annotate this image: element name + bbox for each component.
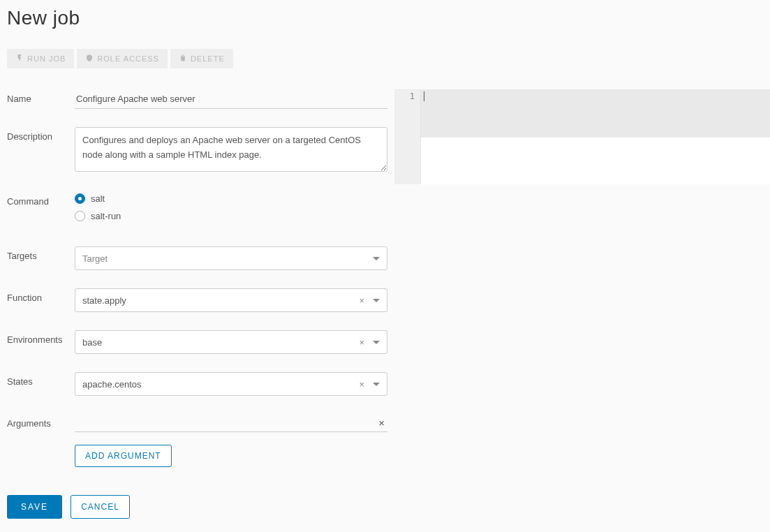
command-salt-label: salt bbox=[91, 193, 105, 204]
function-select[interactable]: state.apply × bbox=[75, 288, 387, 312]
command-salt-run-radio[interactable] bbox=[75, 211, 85, 221]
action-toolbar: RUN JOB ROLE ACCESS DELETE bbox=[7, 49, 770, 68]
command-label: Command bbox=[7, 192, 75, 207]
environments-label: Environments bbox=[7, 330, 75, 345]
argument-input[interactable] bbox=[75, 417, 376, 429]
states-select[interactable]: apache.centos × bbox=[75, 372, 387, 396]
name-label: Name bbox=[7, 89, 75, 104]
editor-cursor bbox=[424, 91, 424, 101]
arguments-label: Arguments bbox=[7, 414, 75, 429]
delete-button[interactable]: DELETE bbox=[170, 49, 233, 68]
cancel-button[interactable]: CANCEL bbox=[71, 495, 130, 519]
states-clear-icon[interactable]: × bbox=[355, 379, 369, 390]
chevron-down-icon bbox=[373, 383, 380, 386]
add-argument-button[interactable]: ADD ARGUMENT bbox=[75, 445, 172, 467]
run-job-button[interactable]: RUN JOB bbox=[7, 49, 74, 68]
trash-icon bbox=[179, 54, 187, 64]
states-label: States bbox=[7, 372, 75, 387]
editor-gutter: 1 bbox=[394, 90, 421, 184]
chevron-down-icon bbox=[373, 341, 380, 344]
command-salt-radio[interactable] bbox=[75, 193, 85, 204]
function-label: Function bbox=[7, 288, 75, 303]
environments-clear-icon[interactable]: × bbox=[355, 337, 369, 348]
name-input[interactable] bbox=[75, 89, 387, 109]
targets-select[interactable]: Target bbox=[75, 246, 387, 270]
function-clear-icon[interactable]: × bbox=[355, 295, 369, 306]
chevron-down-icon bbox=[373, 257, 380, 260]
editor-active-line[interactable] bbox=[421, 90, 770, 138]
code-editor[interactable]: 1 bbox=[394, 89, 770, 184]
chevron-down-icon bbox=[373, 299, 380, 302]
description-textarea[interactable]: Configures and deploys an Apache web ser… bbox=[75, 127, 387, 172]
role-access-button[interactable]: ROLE ACCESS bbox=[77, 49, 168, 68]
targets-label: Targets bbox=[7, 246, 75, 261]
remove-argument-icon[interactable]: × bbox=[376, 417, 387, 429]
line-number: 1 bbox=[396, 91, 415, 101]
page-title: New job bbox=[7, 7, 770, 29]
bolt-icon bbox=[15, 54, 24, 64]
editor-body[interactable] bbox=[421, 138, 770, 185]
save-button[interactable]: SAVE bbox=[7, 495, 62, 519]
command-salt-run-label: salt-run bbox=[91, 211, 121, 221]
shield-icon bbox=[85, 54, 94, 64]
environments-select[interactable]: base × bbox=[75, 330, 387, 354]
description-label: Description bbox=[7, 127, 75, 142]
